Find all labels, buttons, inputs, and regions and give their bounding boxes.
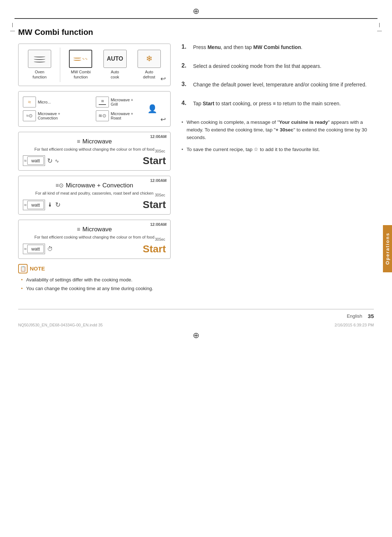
mode-selection-panel: ≈ Micro... ≋ Micr <box>18 91 171 127</box>
start-area-1: 30Sec Start <box>143 155 166 167</box>
bottom-divider <box>18 309 374 309</box>
note-section: 📋 NOTE Availability of settings differ w… <box>18 264 171 292</box>
back-arrow-2[interactable]: ↩ <box>160 115 166 123</box>
cook-controls-left-2: ≈ watt 🌡 ↻ <box>23 200 61 210</box>
wave-icon-1: ∿ <box>55 158 59 164</box>
file-info-left: NQ50J9530_EN_DE68-04334G-00_EN.indd 35 <box>18 323 103 327</box>
mw-grill-icon: ≋ <box>96 97 109 107</box>
cook-panel-3-icon: ≡ <box>77 226 80 233</box>
cook-panel-1-time: 12:00AM <box>150 134 167 139</box>
temp-icon-2: 🌡 <box>47 202 53 208</box>
mode-microwave[interactable]: ≈ Micro... <box>23 97 93 107</box>
step-1-number: 1. <box>181 44 189 50</box>
cook-panel-2-desc: For all kind of meat and poultry, casser… <box>23 191 166 196</box>
cook-controls-left-1: ≈ watt ↻ ∿ <box>23 155 59 166</box>
right-bullet-2: To save the current recipe, tap ☆ to add… <box>181 146 374 154</box>
auto-cook-button[interactable]: AUTO Autocook <box>101 48 130 82</box>
left-corner-marks: | — <box>10 22 15 33</box>
cook-panel-3-time: 12:00AM <box>150 222 167 227</box>
step-3-text: Change the default power level, temperat… <box>193 81 367 89</box>
bottom-registration-mark: ⊕ <box>193 331 199 340</box>
right-corner-marks: | — <box>377 22 382 33</box>
cook-panel-1-controls: ≈ watt ↻ ∿ 30Sec Start <box>23 155 166 167</box>
step-1: 1. Press Menu, and then tap MW Combi fun… <box>181 44 374 52</box>
cook-panel-microwave: 12:00AM ≡ Microwave For fast efficient c… <box>18 132 171 171</box>
cook-panel-3-desc: For fast efficient cooking without chang… <box>23 235 166 240</box>
cook-panel-2-controls: ≈ watt 🌡 ↻ 30Sec Start <box>23 199 166 211</box>
microwave-mode-icon: ≈ <box>23 97 36 107</box>
right-bullet-1: When cooking is complete, a message of "… <box>181 119 374 142</box>
function-buttons-row: Ovenfunction ∿∿ <box>23 48 166 82</box>
person-icon: 👤 <box>147 104 157 114</box>
left-column: Ovenfunction ∿∿ <box>18 44 171 298</box>
cook-panel-1-icon: ≡ <box>77 138 80 145</box>
clock-icon-3: ⏱ <box>47 246 53 252</box>
timer-icon-1: ↻ <box>47 157 53 165</box>
bottom-registration-area: ⊕ <box>0 329 392 344</box>
file-info-row: NQ50J9530_EN_DE68-04334G-00_EN.indd 35 2… <box>0 321 392 329</box>
cook-panel-2-name: Microwave + Convection <box>66 182 133 189</box>
timer-icon-2: ↻ <box>55 201 61 209</box>
step-4-number: 4. <box>181 100 189 106</box>
step-2-text: Select a desired cooking mode from the l… <box>193 62 321 70</box>
step-2-number: 2. <box>181 62 189 69</box>
watt-control-3[interactable]: ≈ watt <box>23 244 45 254</box>
start-area-2: 30Sec Start <box>143 199 166 211</box>
cook-panel-mw-conv: 12:00AM ≡⊙ Microwave + Convection For al… <box>18 176 171 215</box>
cook-controls-left-3: ≈ watt ⏱ <box>23 244 53 254</box>
top-registration-mark: ⊕ <box>193 7 199 16</box>
start-button-2[interactable]: Start <box>143 199 166 210</box>
section-title: MW Combi function <box>18 28 374 37</box>
bottom-area: English 35 <box>0 309 392 321</box>
mode-microwave-convection[interactable]: ≈⊙ Microwave +Convection <box>23 110 93 121</box>
wavy-icon <box>34 56 45 62</box>
mw-grill-label: Microwave +Grill <box>111 98 133 106</box>
snowflake-icon: ❄ <box>146 54 152 64</box>
microwave-mode-label: Micro... <box>38 100 51 104</box>
note-item-2: You can change the cooking time at any t… <box>21 285 171 292</box>
mw-roast-label: Microwave +Roast <box>111 111 133 120</box>
auto-defrost-button[interactable]: ❄ Autodefrost <box>135 48 164 82</box>
oven-function-button[interactable]: Ovenfunction <box>25 48 54 82</box>
start-button-3[interactable]: Start <box>143 243 166 255</box>
file-info-right: 2/16/2015 6:39:23 PM <box>335 323 374 327</box>
cook-panel-1-title: ≡ Microwave <box>23 138 166 145</box>
mw-conv-label: Microwave +Convection <box>38 111 60 120</box>
language-label: English <box>347 313 362 319</box>
auto-cook-icon: AUTO <box>103 50 127 68</box>
cook-panel-2-title: ≡⊙ Microwave + Convection <box>23 182 166 189</box>
mw-conv-icon: ≈⊙ <box>23 110 36 121</box>
cook-panel-3-name: Microwave <box>82 226 112 233</box>
note-list: Availability of settings differ with the… <box>18 276 171 292</box>
panel-inner-divider <box>60 48 60 82</box>
right-bullets-list: When cooking is complete, a message of "… <box>181 119 374 154</box>
page-number: 35 <box>368 313 374 319</box>
watt-label-1: watt <box>27 156 44 165</box>
back-arrow-1[interactable]: ↩ <box>160 75 166 83</box>
cook-panel-3-sec: 30Sec <box>155 237 165 241</box>
watt-control-2[interactable]: ≈ watt <box>23 200 45 210</box>
cook-panel-2-sec: 30Sec <box>155 193 165 197</box>
watt-label-2: watt <box>27 201 44 209</box>
auto-defrost-label: Autodefrost <box>143 69 155 80</box>
cook-panel-1-sec: 30Sec <box>155 149 165 153</box>
right-column: 1. Press Menu, and then tap MW Combi fun… <box>181 44 374 158</box>
mw-combi-button[interactable]: ∿∿ MW Combifunction <box>66 48 95 82</box>
watt-control-1[interactable]: ≈ watt <box>23 155 45 166</box>
auto-defrost-icon: ❄ <box>138 50 161 68</box>
watt-label-3: watt <box>27 245 44 253</box>
mw-combi-icon: ∿∿ <box>69 50 92 68</box>
step-4: 4. Tap Start to start cooking, or press … <box>181 100 374 108</box>
start-button-1[interactable]: Start <box>143 155 166 166</box>
operations-sidebar-tab: Operations <box>383 225 392 272</box>
note-header: 📋 NOTE <box>18 264 171 273</box>
oven-function-icon <box>28 50 51 68</box>
step-3-number: 3. <box>181 81 189 88</box>
auto-cook-label: Autocook <box>111 69 119 80</box>
bottom-footer: English 35 <box>18 313 374 321</box>
mw-roast-icon: ≋⊙ <box>96 110 109 121</box>
cook-panel-2-time: 12:00AM <box>150 178 167 183</box>
auto-text: AUTO <box>107 56 123 62</box>
cook-panel-1-name: Microwave <box>82 138 112 145</box>
cook-panel-1-desc: For fast efficient cooking without chang… <box>23 147 166 152</box>
